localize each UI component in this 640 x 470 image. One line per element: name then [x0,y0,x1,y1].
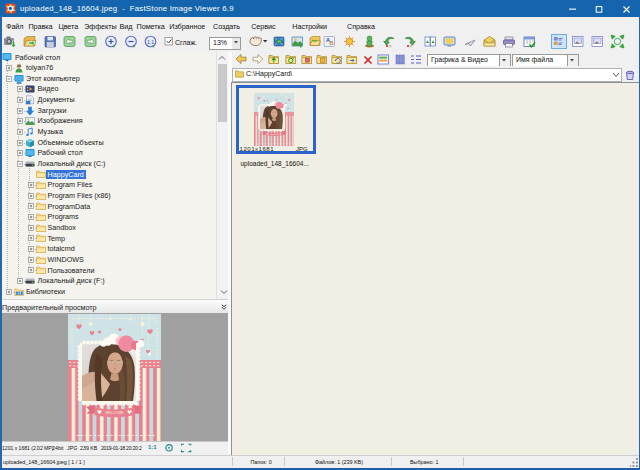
svg-text:B: B [330,40,334,46]
svg-text:1:1: 1:1 [147,38,154,44]
svg-text:WELCOME: WELCOME [270,133,278,134]
svg-text:WELCOME: WELCOME [105,411,124,415]
